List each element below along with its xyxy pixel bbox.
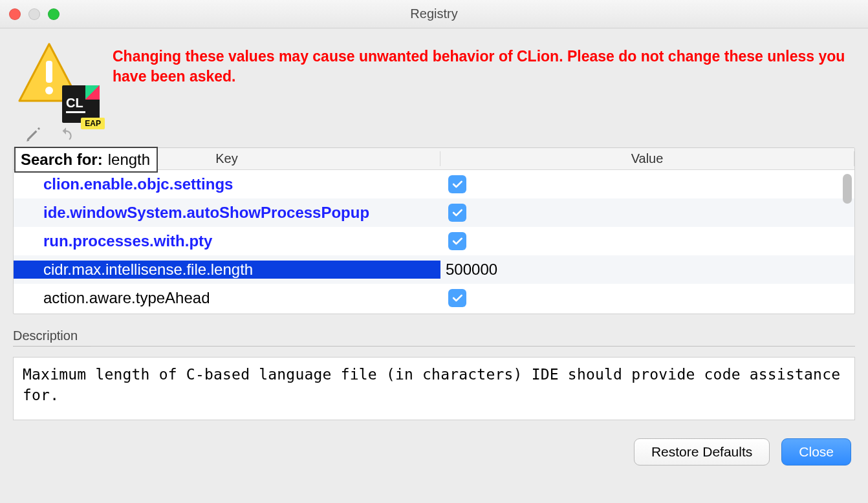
check-icon xyxy=(451,178,464,191)
table-row[interactable]: action.aware.typeAhead xyxy=(14,284,854,312)
registry-key: run.processes.with.pty xyxy=(14,232,440,250)
window-title: Registry xyxy=(0,6,868,21)
product-badge-label: CL xyxy=(66,96,83,109)
checkbox[interactable] xyxy=(448,289,466,307)
registry-value[interactable] xyxy=(440,232,854,250)
table-row[interactable]: cidr.max.intellisense.file.length500000 xyxy=(14,255,854,284)
scrollbar-thumb[interactable] xyxy=(843,174,852,204)
search-label: Search for: xyxy=(21,151,103,169)
registry-key: cidr.max.intellisense.file.length xyxy=(14,261,440,279)
table-row[interactable]: run.processes.with.pty xyxy=(14,227,854,255)
check-icon xyxy=(451,235,464,248)
registry-value[interactable] xyxy=(440,204,854,222)
table-body: clion.enable.objc.settingside.windowSyst… xyxy=(14,170,854,314)
svg-rect-1 xyxy=(46,61,52,83)
registry-key: clion.enable.objc.settings xyxy=(14,175,440,193)
checkbox[interactable] xyxy=(448,204,466,222)
warning-banner: CL EAP Changing these values may cause u… xyxy=(17,41,855,119)
registry-key: action.aware.typeAhead xyxy=(14,289,440,307)
svg-point-2 xyxy=(45,87,53,94)
checkbox[interactable] xyxy=(448,175,466,193)
registry-value[interactable]: 500000 xyxy=(440,261,854,279)
registry-value[interactable] xyxy=(440,175,854,193)
check-icon xyxy=(451,206,464,219)
checkbox[interactable] xyxy=(448,232,466,250)
search-box[interactable]: Search for: length xyxy=(14,147,158,173)
check-icon xyxy=(451,292,464,305)
close-button[interactable]: Close xyxy=(781,438,851,466)
titlebar: Registry xyxy=(0,0,868,28)
table-row[interactable]: ide.windowSystem.autoShowProcessPopup xyxy=(14,198,854,227)
registry-value[interactable] xyxy=(440,289,854,307)
edit-button[interactable] xyxy=(25,125,43,144)
toolbar xyxy=(25,125,855,144)
description-section: Description Maximum length of C-based la… xyxy=(13,328,855,420)
description-text: Maximum length of C-based language file … xyxy=(13,357,855,420)
pencil-icon xyxy=(25,126,42,143)
registry-key: ide.windowSystem.autoShowProcessPopup xyxy=(14,204,440,222)
footer-buttons: Restore Defaults Close xyxy=(13,438,855,466)
eap-badge: EAP xyxy=(81,118,105,129)
description-label: Description xyxy=(13,328,91,347)
undo-icon xyxy=(58,126,74,143)
restore-defaults-button[interactable]: Restore Defaults xyxy=(634,438,770,466)
revert-button[interactable] xyxy=(57,125,75,144)
search-term: length xyxy=(108,151,150,169)
warning-text: Changing these values may cause unwanted… xyxy=(113,47,855,87)
table-row[interactable]: clion.enable.objc.settings xyxy=(14,170,854,198)
column-header-value[interactable]: Value xyxy=(440,151,854,166)
registry-text-value[interactable]: 500000 xyxy=(446,261,497,279)
warning-icon-group: CL EAP xyxy=(17,41,94,119)
